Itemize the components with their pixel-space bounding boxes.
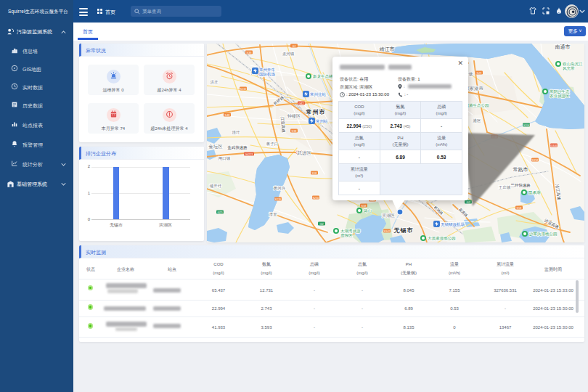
svg-text:S39: S39 xyxy=(247,52,252,54)
svg-text:湟里: 湟里 xyxy=(269,212,278,217)
svg-text:黄河兴: 黄河兴 xyxy=(274,186,286,191)
svg-text:S230: S230 xyxy=(313,197,319,200)
svg-text:S29: S29 xyxy=(477,72,482,75)
svg-text:王庄镇: 王庄镇 xyxy=(499,185,511,189)
svg-text:S58: S58 xyxy=(517,207,522,210)
svg-text:无锡硕放机场: 无锡硕放机场 xyxy=(441,222,465,227)
svg-text:洪庄: 洪庄 xyxy=(211,80,219,85)
svg-text:三环快速路: 三环快速路 xyxy=(510,183,531,187)
svg-text:G346: G346 xyxy=(550,144,557,147)
svg-text:港区: 港区 xyxy=(473,118,482,123)
svg-text:埔开圩: 埔开圩 xyxy=(209,184,222,188)
svg-text:G2: G2 xyxy=(466,201,470,204)
svg-text:连圩: 连圩 xyxy=(232,130,241,135)
svg-text:S232: S232 xyxy=(240,88,247,91)
svg-text:沙家浜湿地公园: 沙家浜湿地公园 xyxy=(529,232,558,237)
svg-text:S239: S239 xyxy=(275,198,282,201)
svg-text:G42: G42 xyxy=(298,102,303,105)
svg-text:S342: S342 xyxy=(384,230,391,233)
svg-text:S58: S58 xyxy=(362,205,367,208)
svg-text:马山: 马山 xyxy=(364,208,372,213)
svg-text:S358: S358 xyxy=(532,159,539,162)
svg-text:度假区: 度假区 xyxy=(340,233,353,238)
svg-text:常州北站: 常州北站 xyxy=(310,92,327,97)
svg-text:金武快速路: 金武快速路 xyxy=(227,145,248,150)
svg-text:孟河镇: 孟河镇 xyxy=(282,52,295,57)
svg-text:农业旅游区: 农业旅游区 xyxy=(550,94,570,99)
svg-text:蒋子口: 蒋子口 xyxy=(266,142,279,147)
svg-text:靖江市: 靖江市 xyxy=(380,46,395,52)
svg-text:G2: G2 xyxy=(319,223,323,226)
svg-text:昆承湖: 昆承湖 xyxy=(528,190,541,195)
svg-text:闸口镇: 闸口镇 xyxy=(219,156,231,161)
svg-text:常州站: 常州站 xyxy=(316,119,328,123)
svg-text:G2: G2 xyxy=(292,45,295,48)
svg-text:常熟市: 常熟市 xyxy=(513,166,528,173)
svg-text:S38: S38 xyxy=(292,130,297,133)
svg-text:无锡市: 无锡市 xyxy=(393,226,414,234)
svg-text:风光带: 风光带 xyxy=(563,66,575,71)
svg-text:S48: S48 xyxy=(225,114,230,117)
svg-text:武进区: 武进区 xyxy=(296,150,311,156)
svg-text:新龙生态林: 新龙生态林 xyxy=(313,74,333,78)
svg-text:G4221: G4221 xyxy=(245,153,253,156)
svg-text:国际机场: 国际机场 xyxy=(259,72,275,77)
svg-text:常州市: 常州市 xyxy=(306,108,326,115)
svg-text:G204: G204 xyxy=(523,124,529,127)
svg-text:大溪港湿地公园: 大溪港湿地公园 xyxy=(428,236,456,241)
svg-text:金坛区: 金坛区 xyxy=(208,144,223,149)
svg-text:S58: S58 xyxy=(312,172,317,175)
svg-text:滨湖区: 滨湖区 xyxy=(382,213,395,218)
svg-text:南通市: 南通市 xyxy=(555,44,571,49)
svg-text:钟楼区: 钟楼区 xyxy=(287,113,301,118)
svg-text:G25: G25 xyxy=(217,211,222,214)
